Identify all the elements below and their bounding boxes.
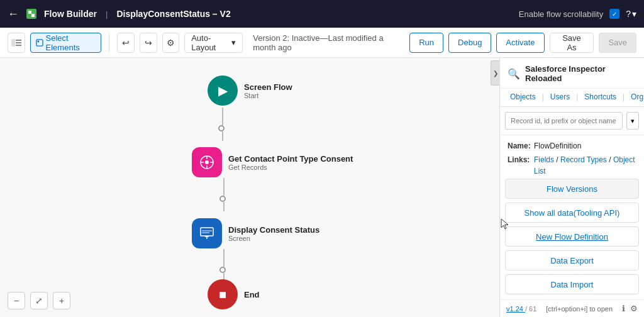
get-records-icon — [192, 147, 222, 177]
connector-1 — [222, 108, 223, 141]
toolbar-separator — [109, 34, 109, 52]
search-input[interactable] — [505, 112, 623, 130]
svg-rect-5 — [16, 42, 21, 43]
screen-icon — [192, 218, 222, 248]
debug-button[interactable]: Debug — [448, 33, 491, 53]
back-button[interactable]: ← — [8, 8, 19, 21]
toolbar: Select Elements ↩ ↪ ⚙ Auto-Layout ▾ Vers… — [0, 28, 644, 58]
flow-versions-button[interactable]: Flow Versions — [505, 179, 639, 199]
inspector-icon: 🔍 — [508, 68, 520, 80]
select-elements-label: Select Elements — [46, 33, 96, 52]
link-record-types[interactable]: Record Types — [560, 155, 607, 164]
inspector-content: Name: FlowDefinition Links: Fields / Rec… — [500, 135, 644, 176]
svg-rect-6 — [16, 45, 21, 46]
svg-rect-1 — [28, 11, 31, 14]
connector-3 — [222, 249, 226, 282]
count-value: 61 — [529, 305, 536, 313]
links-row: Links: Fields / Record Types / Object Li… — [508, 154, 636, 176]
data-export-button[interactable]: Data Export — [505, 250, 639, 270]
svg-rect-8 — [37, 40, 39, 42]
svg-rect-4 — [16, 40, 21, 41]
search-dropdown[interactable]: ▾ — [626, 112, 639, 130]
settings-button[interactable]: ⚙ — [162, 33, 180, 53]
tab-users[interactable]: Users — [545, 89, 575, 106]
start-node-subtitle: Start — [244, 92, 292, 99]
inspector-panel: 🔍 Salesforce Inspector Reloaded Objects … — [499, 58, 644, 317]
app-name: Flow Builder — [44, 9, 97, 19]
flow-node-screen[interactable]: Display Consent Status Screen — [192, 218, 319, 248]
svg-rect-3 — [11, 39, 15, 47]
svg-rect-7 — [36, 39, 43, 45]
tab-objects[interactable]: Objects — [505, 89, 541, 106]
zoom-controls: − ⤢ + — [8, 292, 70, 309]
link-fields[interactable]: Fields — [534, 155, 554, 164]
screen-title: Display Consent Status — [228, 225, 319, 235]
activate-button[interactable]: Activate — [496, 33, 544, 53]
undo-button[interactable]: ↩ — [117, 33, 135, 53]
end-node-title: End — [244, 290, 260, 299]
inspector-buttons: Flow Versions Show all data(Tooling API)… — [500, 176, 644, 299]
connector-2 — [222, 178, 226, 211]
scrollability-label: Enable flow scrollability — [519, 9, 603, 19]
inspector-header: 🔍 Salesforce Inspector Reloaded — [500, 58, 644, 89]
svg-point-10 — [205, 160, 209, 164]
version-link[interactable]: v1.24 — [506, 305, 525, 313]
start-node-title: Screen Flow — [244, 82, 292, 92]
help-button[interactable]: ? ▾ — [626, 9, 636, 19]
shortcut-hint: [ctrl+option+i] to open — [546, 305, 613, 313]
get-records-subtitle: Get Records — [228, 164, 353, 171]
new-flow-definition-button[interactable]: New Flow Definition — [505, 226, 639, 247]
scrollability-checkbox[interactable]: ✓ — [609, 9, 619, 19]
name-value: FlowDefinition — [534, 140, 581, 152]
select-elements-button[interactable]: Select Elements — [30, 33, 102, 53]
name-label: Name: — [508, 140, 531, 152]
footer-icons: ℹ ⚙ — [622, 304, 638, 313]
flow-node-get-records[interactable]: Get Contact Point Type Consent Get Recor… — [192, 147, 353, 177]
version-info: Version 2: Inactive—Last modified a mont… — [253, 33, 399, 52]
settings-footer-icon[interactable]: ⚙ — [630, 304, 638, 313]
data-import-button[interactable]: Data Import — [505, 274, 639, 294]
inspector-search: ▾ — [500, 107, 644, 135]
flow-canvas[interactable]: ▶ Screen Flow Start — [0, 58, 499, 317]
name-row: Name: FlowDefinition — [508, 140, 636, 152]
top-nav: ← Flow Builder | DisplayConsentStatus – … — [0, 0, 644, 28]
save-as-button[interactable]: Save As — [550, 33, 594, 53]
flow-node-start[interactable]: ▶ Screen Flow Start — [208, 75, 292, 106]
inspector-tabs: Objects | Users | Shortcuts | Org — [500, 89, 644, 107]
layout-dropdown[interactable]: Auto-Layout ▾ — [184, 33, 243, 53]
get-records-title: Get Contact Point Type Consent — [228, 154, 353, 164]
end-node-icon: ■ — [208, 279, 238, 309]
tab-org[interactable]: Org — [626, 89, 644, 106]
flow-node-end[interactable]: ■ End — [208, 279, 260, 309]
screen-subtitle: Screen — [228, 235, 319, 242]
flow-nodes-container: ▶ Screen Flow Start — [0, 58, 499, 317]
show-all-data-button[interactable]: Show all data(Tooling API) — [505, 203, 639, 223]
links-label: Links: — [508, 154, 531, 176]
inspector-footer: v1.24 / 61 [ctrl+option+i] to open ℹ ⚙ — [500, 299, 644, 317]
app-icon — [25, 8, 38, 20]
zoom-out-button[interactable]: − — [8, 292, 25, 309]
tab-shortcuts[interactable]: Shortcuts — [579, 89, 621, 106]
svg-rect-15 — [201, 228, 213, 236]
panel-expand-handle[interactable]: ❯ — [491, 60, 499, 86]
fit-button[interactable]: ⤢ — [30, 292, 48, 309]
flow-title: DisplayConsentStatus – V2 — [116, 9, 230, 19]
toggle-sidebar-button[interactable] — [8, 33, 25, 53]
redo-button[interactable]: ↪ — [140, 33, 157, 53]
separator: | — [106, 9, 108, 19]
svg-rect-2 — [31, 14, 35, 17]
zoom-in-button[interactable]: + — [53, 292, 70, 309]
run-button[interactable]: Run — [409, 33, 443, 53]
save-button[interactable]: Save — [599, 33, 636, 53]
inspector-title: Salesforce Inspector Reloaded — [525, 64, 636, 83]
start-node-icon: ▶ — [208, 75, 238, 106]
main-area: ▶ Screen Flow Start — [0, 58, 644, 317]
info-icon[interactable]: ℹ — [622, 304, 625, 313]
